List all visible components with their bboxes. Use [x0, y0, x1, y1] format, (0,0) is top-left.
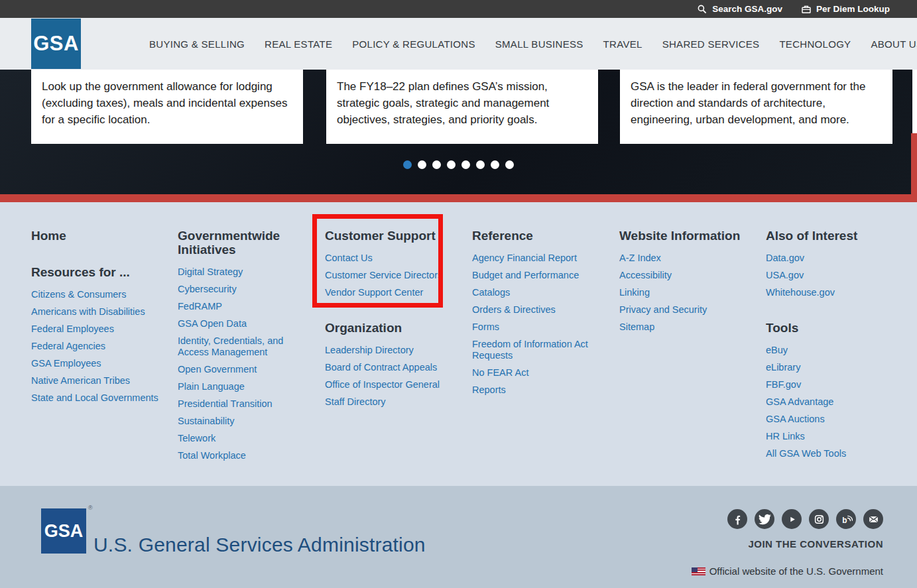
footer-link-usa-gov[interactable]: USA.gov [766, 270, 902, 281]
footer-link-data-gov[interactable]: Data.gov [766, 253, 902, 264]
footer-link-office-of-inspector-general[interactable]: Office of Inspector General [325, 379, 444, 390]
footer-link-whitehouse-gov[interactable]: Whitehouse.gov [766, 287, 902, 298]
footer-links: HomeResources for ...Citizens & Consumer… [0, 202, 917, 486]
footer-link-list: Digital StrategyCybersecurityFedRAMPGSA … [178, 266, 314, 461]
footer-link-sitemap[interactable]: Sitemap [619, 322, 749, 333]
footer-link-americans-with-disabilities[interactable]: Americans with Disabilities [31, 306, 174, 318]
hero-card-1[interactable]: Look up the government allowance for lod… [31, 70, 303, 144]
footer-link-budget-and-performance[interactable]: Budget and Performance [472, 270, 605, 281]
hero-card-2[interactable]: The FY18–22 plan defines GSA’s mission, … [326, 70, 598, 144]
footer-link-telework[interactable]: Telework [178, 433, 314, 444]
footer-link-fbf-gov[interactable]: FBF.gov [766, 379, 902, 390]
nav-item-about-us[interactable]: ABOUT US [871, 38, 917, 50]
svg-text:b: b [842, 516, 847, 525]
carousel-dot-1[interactable] [403, 160, 412, 169]
footer-link-open-government[interactable]: Open Government [178, 364, 314, 375]
search-gsa-link[interactable]: Search GSA.gov [697, 4, 782, 15]
footer-heading-organization: Organization [325, 321, 444, 335]
footer-link-sustainability[interactable]: Sustainability [178, 416, 314, 427]
footer-link-board-of-contract-appeals[interactable]: Board of Contract Appeals [325, 362, 444, 373]
footer-heading-governmentwide-initiatives: Governmentwide Initiatives [178, 229, 314, 257]
email-icon[interactable] [863, 509, 883, 529]
nav-item-policy-regulations[interactable]: POLICY & REGULATIONS [352, 38, 475, 50]
footer-column-6: Also of InterestData.govUSA.govWhitehous… [766, 229, 902, 465]
instagram-icon[interactable] [809, 509, 829, 529]
footer-link-privacy-and-security[interactable]: Privacy and Security [619, 304, 749, 316]
agency-name: U.S. General Services Administration [93, 534, 426, 556]
nav-item-buying-selling[interactable]: BUYING & SELLING [149, 38, 245, 50]
footer-link-list: A-Z IndexAccessibilityLinkingPrivacy and… [619, 253, 749, 333]
carousel-dots [0, 160, 917, 169]
footer-link-gsa-auctions[interactable]: GSA Auctions [766, 414, 902, 425]
footer-link-forms[interactable]: Forms [472, 322, 605, 333]
footer-link-accessibility[interactable]: Accessibility [619, 270, 749, 281]
footer-link-cybersecurity[interactable]: Cybersecurity [178, 284, 314, 295]
footer-link-gsa-employees[interactable]: GSA Employees [31, 358, 174, 369]
gsa-footer-logo-text: GSA [44, 521, 84, 542]
footer-link-agency-financial-report[interactable]: Agency Financial Report [472, 253, 605, 264]
social-icons: b [727, 509, 883, 529]
footer-column-3: Customer SupportContact UsCustomer Servi… [325, 229, 444, 414]
footer-link-all-gsa-web-tools[interactable]: All GSA Web Tools [766, 448, 902, 459]
footer-heading-customer-support: Customer Support [325, 229, 444, 243]
footer-link-catalogs[interactable]: Catalogs [472, 287, 605, 298]
footer-link-list: eBuyeLibraryFBF.govGSA AdvantageGSA Auct… [766, 345, 902, 459]
footer-link-reports[interactable]: Reports [472, 384, 605, 396]
footer-link-presidential-transition[interactable]: Presidential Transition [178, 398, 314, 410]
carousel-dot-3[interactable] [432, 160, 441, 169]
gsa-logo-header[interactable]: GSA [31, 19, 81, 69]
footer-link-plain-language[interactable]: Plain Language [178, 381, 314, 392]
footer-link-identity-credentials-and-access-management[interactable]: Identity, Credentials, and Access Manage… [178, 335, 314, 358]
facebook-icon[interactable] [727, 509, 747, 529]
carousel-dot-6[interactable] [476, 160, 485, 169]
footer-link-fedramp[interactable]: FedRAMP [178, 301, 314, 312]
footer-section-reference: ReferenceAgency Financial ReportBudget a… [472, 229, 605, 396]
search-icon [697, 4, 707, 15]
footer-section-also-of-interest: Also of InterestData.govUSA.govWhitehous… [766, 229, 902, 298]
search-gsa-label: Search GSA.gov [712, 4, 782, 14]
us-flag-icon [692, 567, 705, 575]
footer-link-orders-directives[interactable]: Orders & Directives [472, 304, 605, 316]
footer-section-governmentwide-initiatives: Governmentwide InitiativesDigital Strate… [178, 229, 314, 461]
footer-link-customer-service-directors[interactable]: Customer Service Directors [325, 270, 444, 281]
nav-item-shared-services[interactable]: SHARED SERVICES [662, 38, 760, 50]
footer-link-contact-us[interactable]: Contact Us [325, 253, 444, 264]
nav-item-travel[interactable]: TRAVEL [603, 38, 642, 50]
footer-heading-also-of-interest: Also of Interest [766, 229, 902, 243]
footer-link-ebuy[interactable]: eBuy [766, 345, 902, 356]
footer-link-hr-links[interactable]: HR Links [766, 431, 902, 442]
carousel-dot-2[interactable] [418, 160, 426, 169]
footer-link-gsa-open-data[interactable]: GSA Open Data [178, 318, 314, 329]
footer-link-digital-strategy[interactable]: Digital Strategy [178, 266, 314, 278]
footer-link-native-american-tribes[interactable]: Native American Tribes [31, 375, 174, 386]
footer-link-freedom-of-information-act-requests[interactable]: Freedom of Information Act Requests [472, 339, 605, 361]
footer-link-federal-agencies[interactable]: Federal Agencies [31, 341, 174, 352]
nav-item-real-estate[interactable]: REAL ESTATE [265, 38, 332, 50]
nav-item-technology[interactable]: TECHNOLOGY [779, 38, 851, 50]
footer-link-linking[interactable]: Linking [619, 287, 749, 298]
youtube-icon[interactable] [782, 509, 802, 529]
blog-icon[interactable]: b [836, 509, 856, 529]
footer-link-no-fear-act[interactable]: No FEAR Act [472, 367, 605, 379]
footer-link-a-z-index[interactable]: A-Z Index [619, 253, 749, 264]
footer-link-elibrary[interactable]: eLibrary [766, 362, 902, 373]
footer-link-gsa-advantage[interactable]: GSA Advantage [766, 396, 902, 408]
per-diem-lookup-link[interactable]: Per Diem Lookup [801, 4, 890, 15]
footer-link-total-workplace[interactable]: Total Workplace [178, 450, 314, 461]
carousel-dot-8[interactable] [505, 160, 514, 169]
footer-link-citizens-consumers[interactable]: Citizens & Consumers [31, 289, 174, 300]
carousel-dot-7[interactable] [491, 160, 499, 169]
footer-link-state-and-local-governments[interactable]: State and Local Governments [31, 392, 174, 404]
nav-item-small-business[interactable]: SMALL BUSINESS [495, 38, 583, 50]
footer-link-vendor-support-center[interactable]: Vendor Support Center [325, 287, 444, 298]
footer-link-staff-directory[interactable]: Staff Directory [325, 396, 444, 408]
hero-card-3[interactable]: GSA is the leader in federal government … [620, 70, 892, 144]
twitter-icon[interactable] [755, 509, 774, 529]
footer-link-federal-employees[interactable]: Federal Employees [31, 323, 174, 335]
hero-carousel: Look up the government allowance for lod… [0, 70, 917, 194]
footer-link-list: Agency Financial ReportBudget and Perfor… [472, 253, 605, 396]
carousel-dot-4[interactable] [447, 160, 456, 169]
carousel-dot-5[interactable] [461, 160, 470, 169]
footer-heading-home[interactable]: Home [31, 229, 174, 243]
footer-link-leadership-directory[interactable]: Leadership Directory [325, 345, 444, 356]
